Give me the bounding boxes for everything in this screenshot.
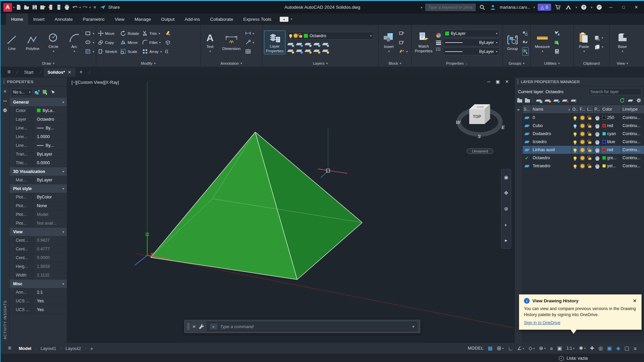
on-icon[interactable] — [574, 124, 577, 127]
sign-in-onedrive-link[interactable]: Sign in to OneDrive — [524, 320, 560, 325]
tab-start[interactable]: Start — [20, 68, 37, 77]
offset-button[interactable] — [165, 47, 171, 56]
plot-icon[interactable] — [595, 149, 599, 152]
plot-icon[interactable] — [595, 141, 599, 143]
tab-express-tools[interactable]: Express Tools — [238, 13, 276, 25]
layer-row-0[interactable]: 0 250 Continu... — [523, 114, 644, 122]
col-plot[interactable]: P... — [594, 105, 601, 113]
col-lock[interactable]: L... — [586, 105, 594, 113]
workspace-switching-gear[interactable]: ✱▾ — [579, 345, 586, 351]
panel-label-clipboard[interactable]: Clipboard — [574, 60, 609, 67]
prop-row-plot-table-type[interactable]: Plot...Not avail... — [14, 219, 67, 228]
lock-icon[interactable] — [588, 166, 591, 168]
freeze-icon[interactable] — [581, 132, 584, 136]
quick-calculator-button[interactable] — [554, 47, 560, 56]
circle-button[interactable]: Circle▾ — [44, 31, 63, 54]
col-on[interactable]: O.. — [572, 105, 579, 113]
help-caret-icon[interactable]: ▾ — [591, 6, 592, 9]
explode-button[interactable] — [165, 38, 171, 47]
polyline-button[interactable]: Polyline — [23, 33, 42, 52]
command-history-caret-icon[interactable]: ▾ — [412, 324, 414, 329]
customization-menu[interactable]: ≡ — [634, 346, 637, 351]
palette-autohide-icon[interactable]: ↦ — [3, 99, 7, 103]
prop-row-linetype-scale[interactable]: Line...1.0000 — [14, 132, 67, 141]
tab-home[interactable]: Home — [6, 13, 28, 25]
edit-attributes-button[interactable]: ▾ — [399, 47, 408, 56]
layer-unlock-button[interactable] — [313, 48, 320, 53]
layer-row-cubo[interactable]: Cubo red Continu... — [523, 122, 644, 130]
select-objects-icon[interactable] — [42, 89, 48, 95]
plot-icon[interactable] — [595, 165, 599, 168]
ungroup-button[interactable] — [522, 29, 529, 38]
group-button[interactable]: Group — [504, 33, 521, 52]
freeze-icon[interactable] — [581, 116, 584, 120]
layer-color-swatch[interactable] — [602, 132, 606, 135]
prop-row-lineweight[interactable]: Line...By... — [14, 141, 67, 150]
layer-row-icoedro[interactable]: Icoedro blue Continu... — [523, 138, 644, 146]
base-button[interactable]: Base▾ — [614, 31, 631, 54]
layer-filter-icon[interactable] — [517, 99, 522, 103]
command-close-icon[interactable]: ✕ — [192, 324, 196, 329]
panel-label-utilities[interactable]: Utilities▾ — [531, 60, 573, 67]
autodesk-logo-icon[interactable] — [565, 3, 573, 11]
section-view[interactable]: View▾ — [10, 228, 67, 236]
signed-in-user[interactable]: mariana.i.carv... — [500, 5, 531, 10]
lock-icon[interactable] — [588, 158, 591, 160]
prop-row-center-z[interactable]: Cent...0.0000 — [14, 253, 67, 262]
hardware-acceleration-toggle[interactable]: ▣ — [607, 345, 612, 351]
scale-button[interactable]: Scale — [120, 47, 139, 56]
on-icon[interactable] — [574, 148, 577, 152]
tab-view[interactable]: View — [110, 13, 129, 25]
autocad-logo[interactable]: A — [3, 3, 12, 12]
lock-icon[interactable] — [588, 141, 591, 144]
tab-manage[interactable]: Manage — [129, 13, 156, 25]
notification-close-icon[interactable]: ✕ — [633, 298, 637, 303]
freeze-icon[interactable] — [581, 148, 584, 152]
lock-icon[interactable] — [588, 117, 591, 120]
feedback-icon[interactable] — [595, 3, 603, 11]
prop-row-layer[interactable]: LayerOctaedro — [14, 115, 67, 124]
prop-row-ucs-icon-origin[interactable]: UCS ...Yes — [14, 305, 67, 314]
quick-select-icon[interactable] — [35, 89, 40, 95]
arc-button[interactable]: Arc▾ — [65, 31, 84, 54]
layer-dropdown[interactable]: Octaedro ▾ — [287, 32, 374, 40]
plot-icon[interactable] — [595, 133, 599, 135]
erase-button[interactable] — [165, 29, 171, 38]
refresh-icon[interactable] — [620, 98, 625, 103]
lpm-grip[interactable] — [517, 79, 519, 84]
isodraft-toggle[interactable]: ◇▾ — [529, 345, 535, 351]
open-from-web-button[interactable] — [47, 3, 55, 11]
freeze-icon[interactable] — [581, 124, 584, 128]
model-space-viewport[interactable]: [−][Custom View][X-Ray] ─ ▣ ✕ — [67, 77, 514, 343]
col-linetype[interactable]: Linetype — [621, 105, 644, 113]
prop-row-thickness[interactable]: Thic...0.0000 — [14, 159, 67, 167]
dimension-button[interactable]: Dimension — [219, 33, 244, 52]
autodesk-caret-icon[interactable]: ▾ — [576, 6, 577, 9]
prop-row-plot-table-attached[interactable]: Plot...Model — [14, 210, 67, 219]
object-snap-toggle[interactable]: ⊕▾ — [539, 345, 546, 351]
ribbon-display-caret-icon[interactable]: ▾ — [291, 17, 292, 21]
lock-icon[interactable] — [588, 149, 591, 152]
layer-color-swatch[interactable] — [602, 148, 606, 152]
panel-label-layers[interactable]: Layers▾ — [262, 60, 378, 67]
prop-row-ucs-icon-on[interactable]: UCS ...Yes — [14, 297, 67, 305]
activity-insights-tab[interactable]: ACTIVITY INSIGHTS — [3, 300, 7, 340]
layer-color-swatch[interactable] — [602, 140, 606, 143]
on-icon[interactable] — [574, 165, 577, 168]
prop-row-center-x[interactable]: Cent...0.9427 — [14, 236, 67, 245]
layer-off-button[interactable] — [287, 42, 294, 46]
col-name[interactable]: Name▴ — [531, 105, 572, 113]
fillet-button[interactable]: Fillet▾ — [142, 38, 162, 47]
save-to-web-button[interactable] — [55, 3, 63, 11]
share-label[interactable]: Share — [108, 5, 120, 10]
layer-color-swatch[interactable] — [602, 124, 606, 127]
selection-cycling-toggle[interactable]: ▣ — [557, 345, 562, 351]
move-button[interactable]: Move — [98, 29, 117, 38]
layer-color-swatch[interactable] — [602, 164, 606, 168]
panel-label-draw[interactable]: Draw▾ — [1, 60, 96, 67]
layer-thaw-button[interactable] — [305, 48, 311, 53]
layer-color-swatch[interactable] — [602, 156, 606, 160]
tab-annotate[interactable]: Annotate — [50, 13, 78, 25]
layer-row-octaedro[interactable]: ✓ Octaedro gre... Continu... — [523, 154, 644, 162]
layer-properties-button[interactable]: Layer Properties — [264, 31, 285, 54]
